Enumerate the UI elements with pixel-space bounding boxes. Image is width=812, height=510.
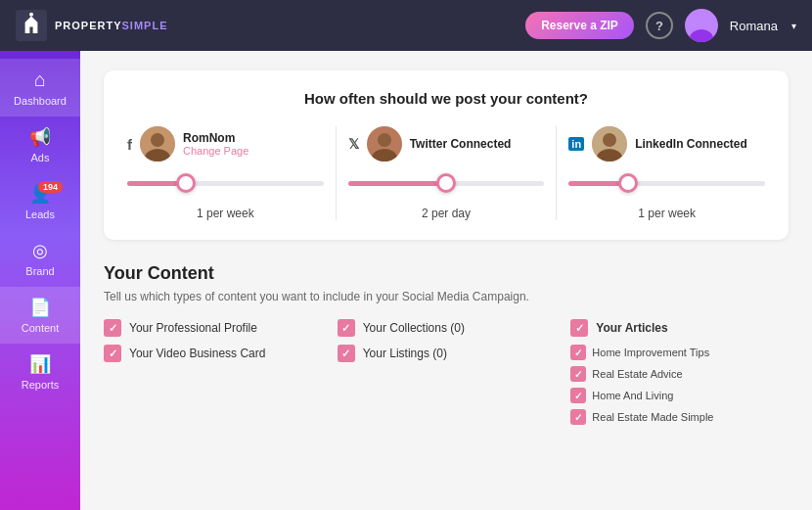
content-icon: 📄 xyxy=(29,297,51,318)
facebook-info: RomNom Change Page xyxy=(183,131,248,157)
divider-1 xyxy=(336,126,337,220)
sidebar-item-label: Reports xyxy=(22,379,60,391)
professional-profile-label: Your Professional Profile xyxy=(129,321,257,335)
checkbox-professional-profile[interactable] xyxy=(104,319,121,337)
frequency-title: How often should we post your content? xyxy=(127,90,765,107)
twitter-slider-track xyxy=(348,181,545,186)
sub-item-real-estate-advice: Real Estate Advice xyxy=(570,366,789,382)
frequency-card: How often should we post your content? f… xyxy=(104,70,789,240)
checkbox-listings[interactable] xyxy=(338,345,355,362)
svg-point-8 xyxy=(378,133,391,147)
twitter-icon: 𝕏 xyxy=(348,136,359,152)
sub-item-real-estate-simple: Real Estate Made Simple xyxy=(570,409,789,425)
content-item-profile: Your Professional Profile xyxy=(104,319,322,337)
section-subtitle: Tell us which types of content you want … xyxy=(104,290,789,303)
content-item-video: Your Video Business Card xyxy=(104,345,322,362)
logo-text: PROPERTYSIMPLE xyxy=(55,20,167,31)
social-accounts: f RomNom Change Page xyxy=(127,126,765,220)
articles-title: Your Articles xyxy=(596,321,667,335)
checkbox-articles[interactable] xyxy=(570,319,588,337)
sidebar-item-label: Leads xyxy=(25,209,55,220)
divider-2 xyxy=(556,126,557,220)
articles-header: Your Articles xyxy=(570,319,789,337)
linkedin-icon: in xyxy=(568,137,584,151)
sidebar-item-label: Dashboard xyxy=(14,95,67,107)
sidebar-item-dashboard[interactable]: ⌂ Dashboard xyxy=(0,59,80,116)
content-item-collections: Your Collections (0) xyxy=(338,319,556,337)
ads-icon: 📢 xyxy=(29,126,51,148)
user-menu-chevron[interactable]: ▾ xyxy=(791,21,796,31)
facebook-slider-track xyxy=(127,181,324,186)
dashboard-icon: ⌂ xyxy=(34,69,46,91)
twitter-avatar xyxy=(367,126,402,162)
twitter-freq-label: 2 per day xyxy=(422,207,471,220)
svg-point-5 xyxy=(151,133,164,147)
linkedin-freq-label: 1 per week xyxy=(638,207,696,220)
svg-point-1 xyxy=(29,13,33,17)
main-layout: ⌂ Dashboard 📢 Ads 194 👤 Leads ◎ Brand 📄 … xyxy=(0,51,812,510)
logo: PROPERTYSIMPLE xyxy=(16,10,167,41)
linkedin-slider-thumb[interactable] xyxy=(618,173,638,193)
collections-label: Your Collections (0) xyxy=(363,321,465,335)
checkbox-real-estate-advice[interactable] xyxy=(570,366,586,382)
real-estate-simple-label: Real Estate Made Simple xyxy=(592,411,713,423)
sidebar-item-brand[interactable]: ◎ Brand xyxy=(0,230,80,287)
listings-label: Your Listings (0) xyxy=(363,347,447,360)
sidebar-item-label: Content xyxy=(22,322,60,334)
checkbox-home-improvement[interactable] xyxy=(570,345,586,360)
checkbox-real-estate-simple[interactable] xyxy=(570,409,586,425)
avatar xyxy=(685,9,718,42)
facebook-icon: f xyxy=(127,136,132,153)
facebook-name: RomNom xyxy=(183,131,248,145)
facebook-slider[interactable] xyxy=(127,171,324,195)
checkbox-collections[interactable] xyxy=(338,319,355,337)
reports-icon: 📊 xyxy=(29,353,51,375)
twitter-header: 𝕏 Twitter Connected xyxy=(348,126,545,162)
content-col-2: Your Collections (0) Your Listings (0) xyxy=(338,319,556,431)
linkedin-avatar xyxy=(592,126,627,162)
facebook-slider-thumb[interactable] xyxy=(176,173,196,193)
username-label: Romana xyxy=(730,19,778,33)
real-estate-advice-label: Real Estate Advice xyxy=(592,368,682,380)
nav-right: Reserve a ZIP ? Romana ▾ xyxy=(525,9,796,42)
sidebar-item-ads[interactable]: 📢 Ads xyxy=(0,116,80,173)
sidebar-item-reports[interactable]: 📊 Reports xyxy=(0,344,80,400)
help-button[interactable]: ? xyxy=(646,12,673,39)
facebook-account: f RomNom Change Page xyxy=(127,126,324,220)
facebook-header: f RomNom Change Page xyxy=(127,126,324,162)
sub-item-home-living: Home And Living xyxy=(570,388,789,403)
home-living-label: Home And Living xyxy=(592,390,673,401)
sub-item-home-improvement: Home Improvement Tips xyxy=(570,345,789,360)
checkbox-home-living[interactable] xyxy=(570,388,586,403)
reserve-zip-button[interactable]: Reserve a ZIP xyxy=(525,12,634,39)
leads-badge: 194 xyxy=(38,181,63,193)
checkbox-video-card[interactable] xyxy=(104,345,121,362)
articles-sub-items: Home Improvement Tips Real Estate Advice… xyxy=(570,345,789,431)
content-col-1: Your Professional Profile Your Video Bus… xyxy=(104,319,322,431)
facebook-avatar xyxy=(140,126,175,162)
linkedin-slider[interactable] xyxy=(568,171,765,195)
content-grid: Your Professional Profile Your Video Bus… xyxy=(104,319,789,431)
linkedin-info: LinkedIn Connected xyxy=(635,137,747,151)
sidebar-item-content[interactable]: 📄 Content xyxy=(0,287,80,344)
video-card-label: Your Video Business Card xyxy=(129,347,265,360)
twitter-info: Twitter Connected xyxy=(410,137,512,151)
linkedin-slider-track xyxy=(568,181,765,186)
twitter-account: 𝕏 Twitter Connected 2 per day xyxy=(348,126,545,220)
twitter-slider[interactable] xyxy=(348,171,545,195)
brand-icon: ◎ xyxy=(32,240,48,261)
content-col-3: Your Articles Home Improvement Tips Real… xyxy=(570,319,789,431)
content-item-listings: Your Listings (0) xyxy=(338,345,556,362)
sidebar-item-label: Ads xyxy=(31,152,50,163)
linkedin-header: in LinkedIn Connected xyxy=(568,126,765,162)
your-content-section: Your Content Tell us which types of cont… xyxy=(104,263,789,431)
home-improvement-label: Home Improvement Tips xyxy=(592,347,709,358)
sidebar-item-label: Brand xyxy=(25,265,54,277)
sidebar-item-leads[interactable]: 194 👤 Leads xyxy=(0,173,80,230)
svg-point-3 xyxy=(690,29,713,42)
linkedin-name: LinkedIn Connected xyxy=(635,137,747,151)
main-content: How often should we post your content? f… xyxy=(80,51,812,510)
twitter-name: Twitter Connected xyxy=(410,137,512,151)
facebook-change-page[interactable]: Change Page xyxy=(183,145,248,157)
twitter-slider-thumb[interactable] xyxy=(436,173,456,193)
